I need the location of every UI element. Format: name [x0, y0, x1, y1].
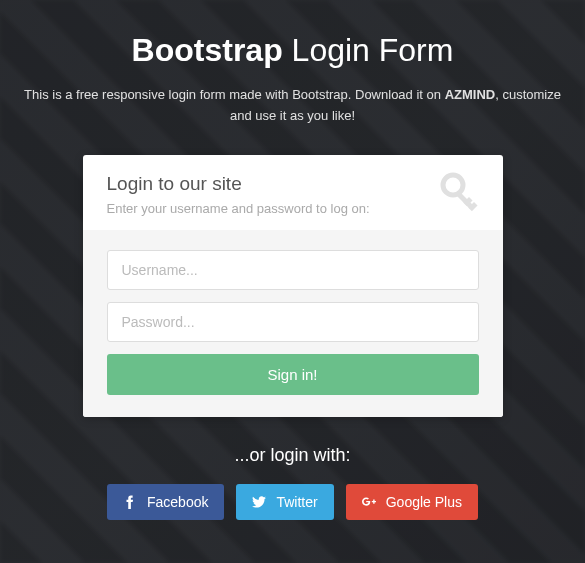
subtitle-link[interactable]: AZMIND	[445, 87, 496, 102]
card-subtitle: Enter your username and password to log …	[107, 201, 479, 216]
googleplus-label: Google Plus	[386, 494, 462, 510]
social-buttons-row: Facebook Twitter Google Plus	[107, 484, 478, 520]
twitter-label: Twitter	[276, 494, 317, 510]
card-header: Login to our site Enter your username an…	[83, 155, 503, 230]
facebook-icon	[123, 495, 137, 509]
page-title-light: Login Form	[292, 32, 454, 68]
page-container: Bootstrap Login Form This is a free resp…	[0, 0, 585, 563]
signin-button[interactable]: Sign in!	[107, 354, 479, 395]
googleplus-button[interactable]: Google Plus	[346, 484, 478, 520]
card-title: Login to our site	[107, 173, 479, 195]
login-card: Login to our site Enter your username an…	[83, 155, 503, 417]
password-input[interactable]	[107, 302, 479, 342]
or-login-with-label: ...or login with:	[234, 445, 350, 466]
subtitle-pre: This is a free responsive login form mad…	[24, 87, 445, 102]
googleplus-icon	[362, 495, 376, 509]
username-input[interactable]	[107, 250, 479, 290]
twitter-button[interactable]: Twitter	[236, 484, 333, 520]
page-title-bold: Bootstrap	[132, 32, 283, 68]
card-body: Sign in!	[83, 230, 503, 417]
twitter-icon	[252, 495, 266, 509]
key-icon	[437, 169, 485, 217]
page-title: Bootstrap Login Form	[132, 32, 454, 69]
page-subtitle: This is a free responsive login form mad…	[23, 85, 563, 127]
facebook-label: Facebook	[147, 494, 208, 510]
facebook-button[interactable]: Facebook	[107, 484, 224, 520]
